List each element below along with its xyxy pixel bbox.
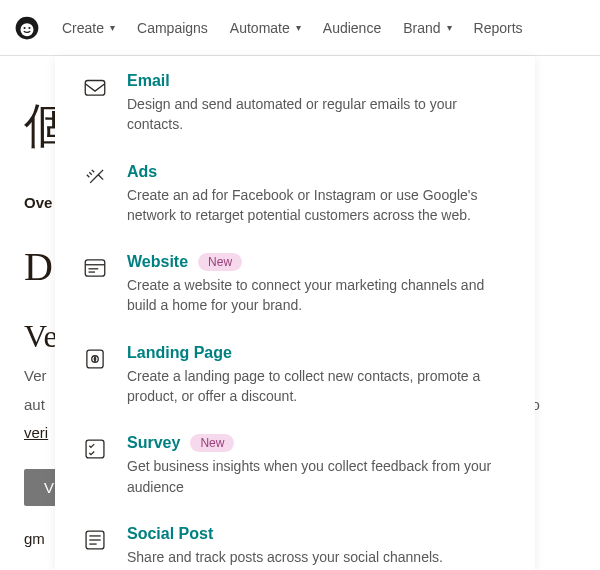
chevron-down-icon: ▾ [296,22,301,33]
menu-item-ads[interactable]: Ads Create an ad for Facebook or Instagr… [55,147,535,238]
menu-desc: Get business insights when you collect f… [127,456,509,497]
top-nav: Create ▾ Campaigns Automate ▾ Audience B… [0,0,600,56]
svg-point-3 [28,26,30,28]
landing-page-icon [81,344,109,407]
chevron-down-icon: ▾ [110,22,115,33]
nav-audience[interactable]: Audience [323,20,381,36]
verify-link[interactable]: veri [24,424,48,441]
menu-desc: Share and track posts across your social… [127,547,509,567]
svg-rect-10 [86,440,104,458]
nav-create[interactable]: Create ▾ [62,20,115,36]
menu-item-email[interactable]: Email Design and send automated or regul… [55,56,535,147]
menu-desc: Create a landing page to collect new con… [127,366,509,407]
menu-item-survey[interactable]: Survey New Get business insights when yo… [55,418,535,509]
menu-desc: Create an ad for Facebook or Instagram o… [127,185,509,226]
monkey-icon [14,15,40,41]
menu-title: Email [127,72,170,90]
survey-icon [81,434,109,497]
nav-automate[interactable]: Automate ▾ [230,20,301,36]
menu-title: Social Post [127,525,213,543]
paragraph-fragment: Ver [24,367,47,384]
svg-rect-9 [87,350,103,368]
svg-point-1 [21,23,34,36]
chevron-down-icon: ▾ [447,22,452,33]
mailchimp-logo[interactable] [14,15,40,41]
menu-desc: Design and send automated or regular ema… [127,94,509,135]
menu-desc: Create a website to connect your marketi… [127,275,509,316]
nav-label: Campaigns [137,20,208,36]
create-dropdown: Email Design and send automated or regul… [55,56,535,570]
website-icon [81,253,109,316]
nav-label: Reports [474,20,523,36]
menu-title: Ads [127,163,157,181]
menu-item-landing-page[interactable]: Landing Page Create a landing page to co… [55,328,535,419]
email-icon [81,72,109,135]
ads-icon [81,163,109,226]
menu-title: Survey [127,434,180,452]
menu-item-social-post[interactable]: Social Post Share and track posts across… [55,509,535,570]
svg-rect-4 [85,81,105,96]
nav-label: Create [62,20,104,36]
new-badge: New [198,253,242,271]
menu-title: Landing Page [127,344,232,362]
nav-label: Brand [403,20,440,36]
nav-campaigns[interactable]: Campaigns [137,20,208,36]
new-badge: New [190,434,234,452]
svg-point-2 [24,26,26,28]
nav-brand[interactable]: Brand ▾ [403,20,451,36]
svg-rect-5 [85,260,105,276]
menu-title: Website [127,253,188,271]
social-post-icon [81,525,109,567]
menu-item-website[interactable]: Website New Create a website to connect … [55,237,535,328]
nav-reports[interactable]: Reports [474,20,523,36]
nav-label: Automate [230,20,290,36]
paragraph-fragment: aut [24,396,45,413]
nav-label: Audience [323,20,381,36]
